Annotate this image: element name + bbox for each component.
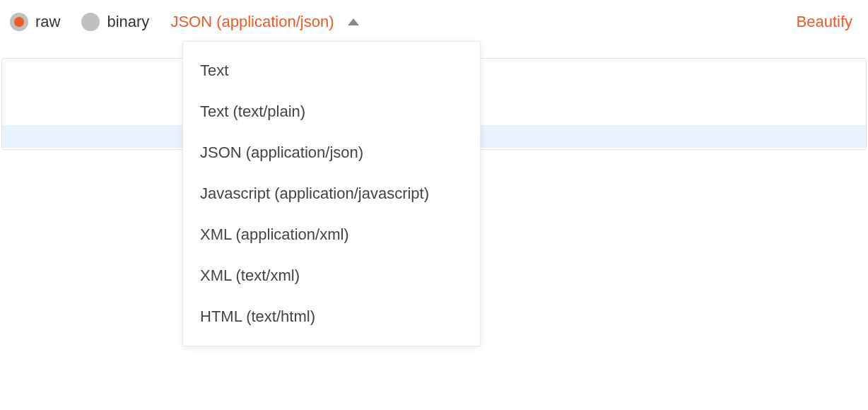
option-text-plain[interactable]: Text (text/plain) <box>183 91 480 132</box>
radio-inner-dot <box>14 17 24 27</box>
content-type-dropdown[interactable]: JSON (application/json) <box>170 13 359 31</box>
radio-raw-label: raw <box>35 13 60 31</box>
option-javascript[interactable]: Javascript (application/javascript) <box>183 173 480 214</box>
radio-checked-icon <box>10 13 28 31</box>
option-json[interactable]: JSON (application/json) <box>183 132 480 173</box>
beautify-button[interactable]: Beautify <box>797 13 853 31</box>
radio-raw[interactable]: raw <box>10 13 60 31</box>
radio-binary[interactable]: binary <box>81 13 149 31</box>
option-html[interactable]: HTML (text/html) <box>183 296 480 337</box>
content-type-selected-label: JSON (application/json) <box>170 13 334 31</box>
option-xml-text[interactable]: XML (text/xml) <box>183 255 480 296</box>
radio-binary-label: binary <box>107 13 149 31</box>
content-type-menu: Text Text (text/plain) JSON (application… <box>182 41 481 346</box>
option-xml-app[interactable]: XML (application/xml) <box>183 214 480 255</box>
option-text[interactable]: Text <box>183 50 480 91</box>
radio-unchecked-icon <box>81 13 100 31</box>
body-type-toolbar: raw binary JSON (application/json) Beaut… <box>0 0 868 44</box>
chevron-up-icon <box>348 18 359 25</box>
